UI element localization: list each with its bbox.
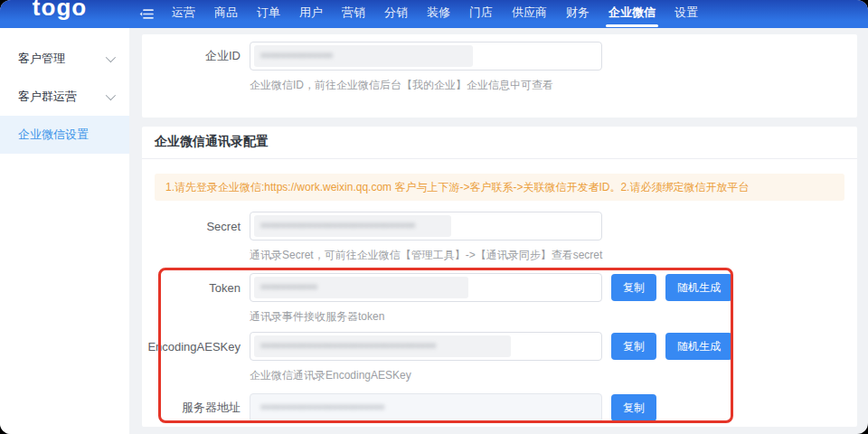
collapse-menu-icon[interactable]	[139, 0, 154, 28]
menu-item-stores[interactable]: 门店	[469, 0, 493, 28]
main-menu: 运营 商品 订单 用户 营销 分销 装修 门店 供应商 财务 企业微信 设置	[172, 0, 698, 28]
redacted-value: ••••••••••••••••••••••••••••••	[254, 215, 451, 237]
redacted-value: ••••••••••••••••••••••••••••••••••	[254, 335, 511, 357]
secret-help-text: 通讯录Secret，可前往企业微信【管理工具】->【通讯录同步】查看secret	[250, 248, 857, 262]
redacted-value: •••••••••••	[254, 277, 468, 298]
token-input[interactable]: •••••••••••	[250, 273, 602, 302]
menu-item-finance[interactable]: 财务	[566, 0, 590, 28]
aeskey-copy-button[interactable]: 复制	[611, 333, 656, 360]
sidebar: 客户管理 客户群运营 企业微信设置	[0, 28, 129, 434]
menu-item-suppliers[interactable]: 供应商	[512, 0, 547, 28]
menu-item-settings[interactable]: 设置	[675, 0, 698, 28]
menu-item-users[interactable]: 用户	[299, 0, 323, 28]
sidebar-item-customer-group-ops[interactable]: 客户群运营	[0, 78, 129, 116]
chevron-down-icon	[106, 52, 116, 62]
token-random-generate-button[interactable]: 随机生成	[665, 274, 732, 301]
corp-id-section: 企业ID •••••••••••••• 企业微信ID，前往企业微信后台【我的企业…	[142, 34, 857, 118]
contacts-config-section: 企业微信通讯录配置 1.请先登录企业微信:https://work.weixin…	[142, 127, 857, 427]
redacted-value: ••••••••••••••••••••••••	[254, 397, 462, 419]
sidebar-item-customer-management[interactable]: 客户管理	[0, 40, 129, 78]
aeskey-input[interactable]: ••••••••••••••••••••••••••••••••••	[250, 332, 602, 361]
page-body: 客户管理 客户群运营 企业微信设置 企业ID ••••••••••••••	[0, 28, 868, 434]
menu-item-products[interactable]: 商品	[214, 0, 238, 28]
aeskey-help-text: 企业微信通讯录EncodingAESKey	[250, 368, 857, 382]
token-help-text: 通讯录事件接收服务器token	[250, 309, 857, 324]
sidebar-item-label: 客户群运营	[18, 89, 77, 105]
secret-row: Secret ••••••••••••••••••••••••••••••	[142, 212, 857, 241]
corp-id-input[interactable]: ••••••••••••••	[250, 42, 602, 71]
main-content: 企业ID •••••••••••••• 企业微信ID，前往企业微信后台【我的企业…	[142, 28, 857, 434]
brand-logo[interactable]: togo	[0, 0, 119, 28]
aeskey-row: EncodingAESKey •••••••••••••••••••••••••…	[142, 332, 857, 361]
warning-notice: 1.请先登录企业微信:https://work.weixin.qq.com 客户…	[155, 174, 844, 201]
chevron-down-icon	[106, 90, 116, 100]
corp-id-row: 企业ID ••••••••••••••	[142, 42, 857, 71]
menu-item-distribution[interactable]: 分销	[384, 0, 408, 28]
token-copy-button[interactable]: 复制	[611, 274, 656, 301]
aeskey-label: EncodingAESKey	[142, 340, 241, 354]
menu-item-decoration[interactable]: 装修	[427, 0, 450, 28]
sidebar-item-label: 企业微信设置	[18, 127, 89, 143]
corp-id-label: 企业ID	[142, 48, 241, 64]
menu-item-orders[interactable]: 订单	[257, 0, 280, 28]
secret-input[interactable]: ••••••••••••••••••••••••••••••	[250, 212, 602, 241]
server-address-label: 服务器地址	[142, 400, 241, 416]
sidebar-item-label: 客户管理	[18, 51, 65, 67]
corp-id-help-text: 企业微信ID，前往企业微信后台【我的企业】企业信息中可查看	[250, 78, 857, 92]
menu-item-marketing[interactable]: 营销	[342, 0, 365, 28]
server-address-row: 服务器地址 •••••••••••••••••••••••• 复制	[142, 393, 857, 422]
server-address-input: ••••••••••••••••••••••••	[250, 393, 602, 422]
redacted-value: ••••••••••••••	[254, 45, 473, 67]
section-title: 企业微信通讯录配置	[142, 127, 857, 159]
token-label: Token	[142, 281, 241, 295]
token-row: Token ••••••••••• 复制 随机生成	[142, 273, 857, 302]
server-address-copy-button[interactable]: 复制	[611, 394, 656, 421]
app-window: togo 运营 商品 订单 用户 营销 分销 装修 门店 供应商 财务 企业微信…	[0, 0, 868, 434]
sidebar-item-wecom-settings[interactable]: 企业微信设置	[0, 116, 129, 154]
menu-item-wecom[interactable]: 企业微信	[609, 0, 656, 28]
top-navbar: togo 运营 商品 订单 用户 营销 分销 装修 门店 供应商 财务 企业微信…	[0, 0, 868, 28]
secret-label: Secret	[142, 220, 241, 233]
aeskey-random-generate-button[interactable]: 随机生成	[665, 333, 732, 360]
menu-item-operations[interactable]: 运营	[172, 0, 195, 28]
